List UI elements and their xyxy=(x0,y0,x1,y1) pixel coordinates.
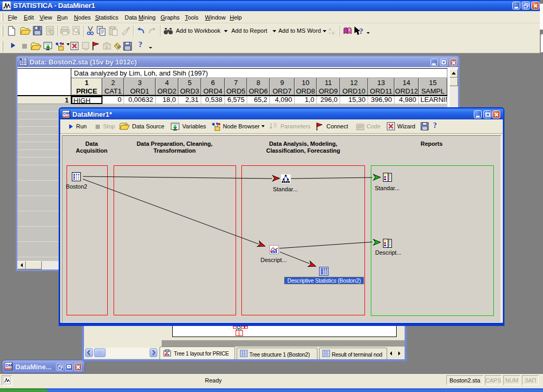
svg-text:?: ? xyxy=(359,27,363,35)
svg-text:DM: DM xyxy=(6,363,13,368)
svg-text:B: B xyxy=(332,31,334,35)
